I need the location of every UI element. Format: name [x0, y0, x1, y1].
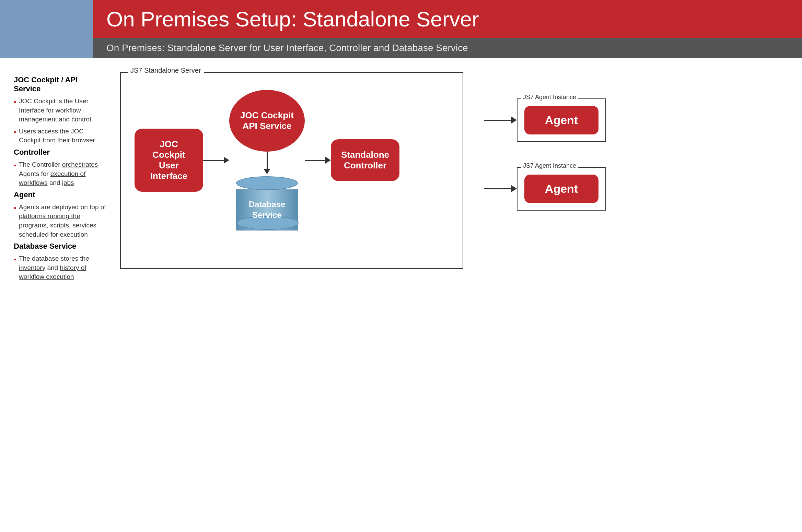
header-sidebar-accent — [0, 0, 93, 38]
header-title-bar: On Premises Setup: Standalone Server — [93, 0, 802, 38]
section-heading-controller: Controller — [14, 148, 106, 157]
main-content: JOC Cockpit / API Service ▪ JOC Cockpit … — [0, 58, 802, 298]
agent-instance-label-2: JS7 Agent Instance — [521, 162, 578, 169]
bullet-controller-1: ▪ The Controller orchestrates Agents for… — [14, 160, 106, 188]
bullet-marker: ▪ — [14, 255, 16, 282]
agent-instance-row-1: JS7 Agent Instance Agent — [484, 98, 606, 142]
agent-button-2: Agent — [524, 175, 598, 203]
agent-instance-label-1: JS7 Agent Instance — [521, 94, 578, 101]
bullet-agent-1: ▪ Agents are deployed on top of platform… — [14, 203, 106, 239]
subtitle-bar: On Premises: Standalone Server for User … — [0, 38, 802, 58]
bullet-joc-2: ▪ Users access the JOC Cockpit from thei… — [14, 127, 106, 145]
ellipse-col: JOC CockpitAPI Service DatabaseService — [229, 90, 305, 230]
bullet-text-agent-1: Agents are deployed on top of platforms … — [19, 203, 106, 239]
agent-instance-box-1: JS7 Agent Instance Agent — [517, 98, 606, 142]
bullet-marker: ▪ — [14, 97, 16, 124]
database-cylinder: DatabaseService — [236, 176, 298, 230]
cylinder-text: DatabaseService — [249, 199, 286, 220]
subtitle-sidebar-accent — [0, 38, 93, 58]
bullet-marker: ▪ — [14, 161, 16, 188]
bullet-marker: ▪ — [14, 127, 16, 145]
vertical-arrow-to-db — [264, 152, 270, 174]
arrow-api-to-controller — [305, 157, 331, 164]
bullet-joc-1: ▪ JOC Cockpit is the User Interface for … — [14, 97, 106, 124]
agent-instance-box-2: JS7 Agent Instance Agent — [517, 167, 606, 211]
section-controller: Controller ▪ The Controller orchestrates… — [14, 148, 106, 188]
header: On Premises Setup: Standalone Server — [0, 0, 802, 38]
section-heading-joc: JOC Cockpit / API Service — [14, 75, 106, 93]
cylinder-top — [236, 176, 298, 190]
section-heading-database: Database Service — [14, 242, 106, 251]
agent-button-1: Agent — [524, 106, 598, 134]
left-panel: JOC Cockpit / API Service ▪ JOC Cockpit … — [14, 72, 106, 284]
node-joc-ui: JOC CockpitUser Interface — [135, 129, 203, 192]
bullet-marker: ▪ — [14, 203, 16, 239]
server-box: JS7 Standalone Server JOC CockpitUser In… — [120, 72, 463, 269]
bullet-database-1: ▪ The database stores the inventory and … — [14, 254, 106, 282]
diagram-area: JS7 Standalone Server JOC CockpitUser In… — [120, 72, 788, 284]
page-title: On Premises Setup: Standalone Server — [106, 7, 479, 31]
section-heading-agent: Agent — [14, 190, 106, 199]
bullet-text-joc-2: Users access the JOC Cockpit from their … — [19, 127, 106, 145]
section-agent: Agent ▪ Agents are deployed on top of pl… — [14, 190, 106, 239]
subtitle-text: On Premises: Standalone Server for User … — [106, 43, 468, 54]
subtitle-text-bar: On Premises: Standalone Server for User … — [93, 38, 802, 58]
arrow-to-agent-1 — [484, 117, 517, 123]
node-api-service: JOC CockpitAPI Service — [229, 90, 305, 152]
bullet-text-joc-1: JOC Cockpit is the User Interface for wo… — [19, 97, 106, 124]
cylinder-body: DatabaseService — [236, 189, 298, 230]
section-joc: JOC Cockpit / API Service ▪ JOC Cockpit … — [14, 75, 106, 145]
section-database: Database Service ▪ The database stores t… — [14, 242, 106, 282]
arrow-to-agent-2 — [484, 185, 517, 192]
arrow-ui-to-api — [203, 157, 229, 164]
bullet-text-controller-1: The Controller orchestrates Agents for e… — [19, 160, 106, 188]
bullet-text-database-1: The database stores the inventory and hi… — [19, 254, 106, 282]
node-controller: StandaloneController — [331, 139, 399, 181]
server-box-label: JS7 Standalone Server — [128, 67, 204, 74]
agent-instance-row-2: JS7 Agent Instance Agent — [484, 167, 606, 211]
